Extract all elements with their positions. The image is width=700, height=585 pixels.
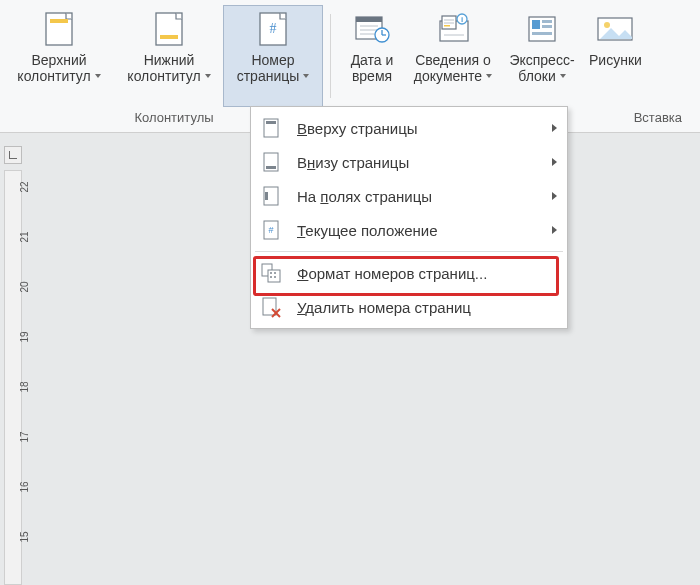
ruler-tick: 15 (19, 528, 30, 546)
menu-label: Вверху страницы (297, 120, 546, 137)
group-insert: Дата и время (335, 6, 652, 106)
menu-bottom-of-page[interactable]: Внизу страницы (251, 145, 567, 179)
svg-point-40 (274, 272, 276, 274)
ruler-corner (4, 146, 22, 164)
ruler-tick: 18 (19, 378, 30, 396)
page-number-icon: # (258, 8, 288, 50)
svg-point-42 (274, 276, 276, 278)
quick-parts-button[interactable]: Экспресс- блоки (501, 6, 583, 106)
group-divider (330, 14, 331, 98)
date-time-label-l2: время (352, 68, 392, 84)
svg-rect-34 (265, 192, 268, 200)
svg-point-41 (270, 276, 272, 278)
chevron-down-icon (303, 74, 309, 78)
footer-label-l1: Нижний (144, 52, 195, 68)
header-label-l1: Верхний (31, 52, 86, 68)
svg-rect-23 (532, 20, 540, 29)
vertical-ruler[interactable]: 22 21 20 19 18 17 16 15 (4, 170, 22, 585)
svg-rect-30 (266, 121, 276, 124)
svg-point-28 (604, 22, 610, 28)
header-icon (44, 8, 74, 50)
pictures-icon (595, 8, 635, 50)
svg-text:i: i (461, 15, 463, 24)
menu-label: На полях страницы (297, 188, 546, 205)
submenu-arrow-icon (552, 124, 557, 132)
menu-label: Текущее положение (297, 222, 546, 239)
current-position-icon: # (259, 218, 283, 242)
bottom-of-page-icon (259, 150, 283, 174)
chevron-down-icon (560, 74, 566, 78)
remove-page-numbers-icon (259, 295, 283, 319)
header-label-l2: колонтитул (17, 68, 90, 84)
top-of-page-icon (259, 116, 283, 140)
svg-rect-32 (266, 166, 276, 169)
ribbon-buttons-row: Верхний колонтитул Нижний колонтит (0, 0, 700, 106)
menu-label: Формат номеров страниц... (297, 265, 557, 282)
menu-format-page-numbers[interactable]: Формат номеров страниц... (251, 256, 567, 290)
svg-point-39 (270, 272, 272, 274)
group-headers-footers: Верхний колонтитул Нижний колонтит (0, 6, 326, 106)
quick-parts-label-l2: блоки (518, 68, 555, 84)
date-time-label-l1: Дата и (351, 52, 394, 68)
document-info-label-l2: документе (414, 68, 482, 84)
menu-label: Удалить номера страниц (297, 299, 557, 316)
svg-rect-26 (532, 32, 552, 35)
menu-remove-page-numbers[interactable]: Удалить номера страниц (251, 290, 567, 324)
menu-page-margins[interactable]: На полях страницы (251, 179, 567, 213)
svg-text:#: # (270, 21, 277, 36)
submenu-arrow-icon (552, 192, 557, 200)
quick-parts-label-l1: Экспресс- (509, 52, 574, 68)
footer-icon (154, 8, 184, 50)
ruler-tick: 16 (19, 478, 30, 496)
pictures-label-l1: Рисунки (589, 52, 642, 68)
page-number-label-l2: страницы (237, 68, 300, 84)
document-info-label-l1: Сведения о (415, 52, 491, 68)
document-info-icon: i (434, 8, 472, 50)
footer-button[interactable]: Нижний колонтитул (114, 6, 224, 106)
menu-current-position[interactable]: # Текущее положение (251, 213, 567, 247)
page-number-label-l1: Номер (251, 52, 294, 68)
chevron-down-icon (95, 74, 101, 78)
svg-rect-38 (268, 270, 280, 282)
header-button[interactable]: Верхний колонтитул (4, 6, 114, 106)
svg-rect-24 (542, 20, 552, 23)
date-time-icon (353, 8, 391, 50)
menu-top-of-page[interactable]: Вверху страницы Вверху страницы (251, 111, 567, 145)
svg-rect-1 (50, 19, 68, 23)
date-time-button[interactable]: Дата и время (339, 6, 405, 106)
page-margins-icon (259, 184, 283, 208)
svg-rect-7 (356, 17, 382, 22)
ruler-tick: 21 (19, 228, 30, 246)
chevron-down-icon (486, 74, 492, 78)
submenu-arrow-icon (552, 226, 557, 234)
pictures-button[interactable]: Рисунки (583, 6, 648, 106)
page-number-button[interactable]: # Номер страницы (224, 6, 322, 106)
ruler-tick: 19 (19, 328, 30, 346)
ruler-tick: 22 (19, 178, 30, 196)
quick-parts-icon (525, 8, 559, 50)
document-info-button[interactable]: i Сведения о документе (405, 6, 501, 106)
page-number-menu: Вверху страницы Вверху страницы Внизу ст… (250, 106, 568, 329)
footer-label-l2: колонтитул (127, 68, 200, 84)
svg-rect-25 (542, 25, 552, 28)
menu-separator (255, 251, 563, 252)
chevron-down-icon (205, 74, 211, 78)
ruler-tick: 20 (19, 278, 30, 296)
submenu-arrow-icon (552, 158, 557, 166)
ruler-tick: 17 (19, 428, 30, 446)
svg-rect-3 (160, 35, 178, 39)
svg-text:#: # (268, 225, 273, 235)
menu-label: Внизу страницы (297, 154, 546, 171)
svg-rect-18 (444, 25, 450, 27)
format-page-numbers-icon (259, 261, 283, 285)
